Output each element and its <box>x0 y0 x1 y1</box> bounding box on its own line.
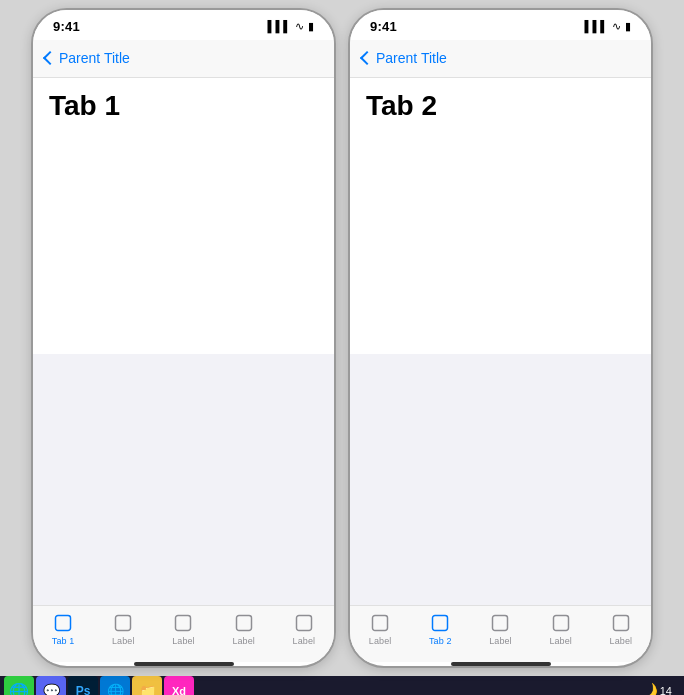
home-indicator-bar-1 <box>134 662 234 666</box>
status-icons-1: ▌▌▌ ∿ ▮ <box>268 20 314 33</box>
tab-label-2-2: Label <box>489 636 512 646</box>
content-area-2 <box>350 354 651 606</box>
tab-icon-2-2 <box>489 612 511 634</box>
svg-rect-4 <box>296 616 311 631</box>
tab-bar-1: Tab 1 Label Label <box>33 605 334 662</box>
tab-icon-2-3 <box>550 612 572 634</box>
svg-rect-7 <box>493 616 508 631</box>
taskbar-icon-discord[interactable]: 💬 <box>36 676 66 695</box>
status-bar-1: 9:41 ▌▌▌ ∿ ▮ <box>33 10 334 40</box>
tab-item-1-3[interactable]: Label <box>220 612 268 646</box>
tab-item-2-2[interactable]: Label <box>476 612 524 646</box>
tab-icon-1-1 <box>112 612 134 634</box>
tab-label-1-2: Label <box>172 636 195 646</box>
wifi-icon-2: ∿ <box>612 20 621 33</box>
taskbar-icon-start[interactable]: 🌐 <box>4 676 34 695</box>
tab-label-2-3: Label <box>549 636 572 646</box>
tab-label-2-1: Tab 2 <box>429 636 452 646</box>
content-area-1 <box>33 354 334 606</box>
tab-icon-2-0 <box>369 612 391 634</box>
wifi-icon-1: ∿ <box>295 20 304 33</box>
svg-rect-1 <box>116 616 131 631</box>
tab-bar-2: Label Tab 2 Label <box>350 605 651 662</box>
nav-back-2[interactable]: Parent Title <box>362 50 447 66</box>
svg-rect-0 <box>56 616 71 631</box>
tab-label-1-4: Label <box>293 636 316 646</box>
tab-icon-1-0 <box>52 612 74 634</box>
taskbar: 🌐 💬 Ps 🌐 📁 Xd 🌙 14 <box>0 676 684 695</box>
tab-icon-1-3 <box>233 612 255 634</box>
tab-icon-2-4 <box>610 612 632 634</box>
page-content-2: Tab 2 <box>350 78 651 354</box>
tab-icon-1-2 <box>172 612 194 634</box>
tab-label-2-4: Label <box>610 636 633 646</box>
tab-icon-1-4 <box>293 612 315 634</box>
phone-frame-2: 9:41 ▌▌▌ ∿ ▮ Parent Title Tab 2 <box>348 8 653 668</box>
tab-label-1-0: Tab 1 <box>52 636 75 646</box>
tab-item-1-0[interactable]: Tab 1 <box>39 612 87 646</box>
signal-icon-2: ▌▌▌ <box>585 20 608 32</box>
phone-frame-1: 9:41 ▌▌▌ ∿ ▮ Parent Title Tab 1 <box>31 8 336 668</box>
nav-back-1[interactable]: Parent Title <box>45 50 130 66</box>
taskbar-icon-xd[interactable]: Xd <box>164 676 194 695</box>
page-title-1: Tab 1 <box>49 90 318 122</box>
tab-item-2-0[interactable]: Label <box>356 612 404 646</box>
svg-rect-5 <box>373 616 388 631</box>
tab-label-2-0: Label <box>369 636 392 646</box>
tab-item-1-4[interactable]: Label <box>280 612 328 646</box>
taskbar-icon-folder[interactable]: 📁 <box>132 676 162 695</box>
tab-label-1-1: Label <box>112 636 135 646</box>
tab-icon-2-1 <box>429 612 451 634</box>
tab-item-1-2[interactable]: Label <box>159 612 207 646</box>
tab-item-2-1[interactable]: Tab 2 <box>416 612 464 646</box>
svg-rect-3 <box>236 616 251 631</box>
svg-rect-8 <box>553 616 568 631</box>
taskbar-moon-icon: 🌙 <box>638 682 658 696</box>
tab-item-2-4[interactable]: Label <box>597 612 645 646</box>
taskbar-time: 14 <box>660 685 680 695</box>
nav-back-label-1: Parent Title <box>59 50 130 66</box>
svg-rect-6 <box>433 616 448 631</box>
nav-bar-2: Parent Title <box>350 40 651 78</box>
taskbar-icon-edge[interactable]: 🌐 <box>100 676 130 695</box>
nav-back-label-2: Parent Title <box>376 50 447 66</box>
page-title-2: Tab 2 <box>366 90 635 122</box>
home-indicator-1 <box>33 662 334 666</box>
svg-rect-2 <box>176 616 191 631</box>
nav-bar-1: Parent Title <box>33 40 334 78</box>
svg-rect-9 <box>613 616 628 631</box>
page-content-1: Tab 1 <box>33 78 334 354</box>
back-chevron-icon-2 <box>360 50 374 64</box>
tab-item-2-3[interactable]: Label <box>537 612 585 646</box>
battery-icon-1: ▮ <box>308 20 314 33</box>
status-bar-2: 9:41 ▌▌▌ ∿ ▮ <box>350 10 651 40</box>
status-time-1: 9:41 <box>53 19 80 34</box>
tab-label-1-3: Label <box>232 636 255 646</box>
signal-icon-1: ▌▌▌ <box>268 20 291 32</box>
tab-item-1-1[interactable]: Label <box>99 612 147 646</box>
battery-icon-2: ▮ <box>625 20 631 33</box>
status-time-2: 9:41 <box>370 19 397 34</box>
home-indicator-bar-2 <box>451 662 551 666</box>
taskbar-icon-ps[interactable]: Ps <box>68 676 98 695</box>
desktop-area: 9:41 ▌▌▌ ∿ ▮ Parent Title Tab 1 <box>0 0 684 676</box>
home-indicator-2 <box>350 662 651 666</box>
back-chevron-icon-1 <box>43 50 57 64</box>
status-icons-2: ▌▌▌ ∿ ▮ <box>585 20 631 33</box>
